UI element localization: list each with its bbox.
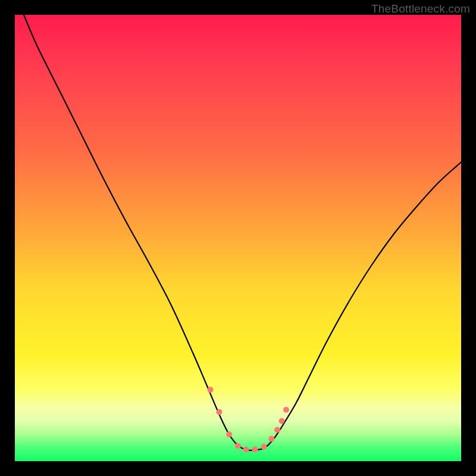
outer-frame: TheBottleneck.com bbox=[0, 0, 476, 476]
marker-point bbox=[252, 447, 258, 453]
marker-point bbox=[268, 436, 274, 442]
marker-point bbox=[235, 443, 241, 449]
marker-point bbox=[261, 444, 267, 450]
marker-point bbox=[243, 447, 249, 453]
marker-point bbox=[217, 409, 223, 415]
marker-point bbox=[274, 427, 280, 433]
marker-point bbox=[283, 407, 289, 413]
marker-point bbox=[208, 387, 214, 393]
marker-point bbox=[279, 418, 285, 424]
marker-group bbox=[208, 387, 290, 453]
watermark-text: TheBottleneck.com bbox=[371, 2, 470, 15]
marker-point bbox=[226, 431, 232, 437]
plot-svg bbox=[15, 15, 461, 461]
curve-line bbox=[24, 15, 461, 450]
